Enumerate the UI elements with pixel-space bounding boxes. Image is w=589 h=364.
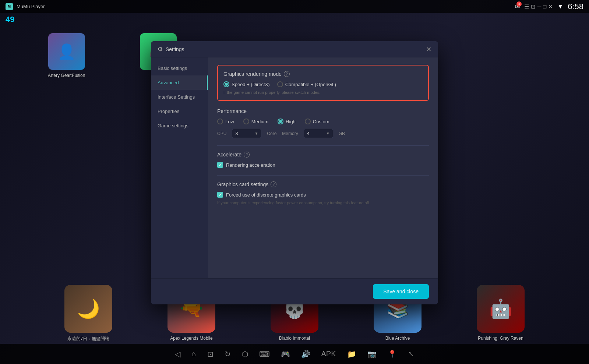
performance-radio-group: Low Medium High [217, 119, 429, 124]
settings-dialog: ⚙ Settings ✕ Basic settings Advanced Int… [151, 41, 438, 304]
accelerate-title: Accelerate ? [217, 152, 429, 158]
taskbar-right: ✉ 3 ☰ ⊡ ─ □ ✕ ▼ 6:58 [515, 2, 583, 11]
perf-option-custom[interactable]: Custom [305, 119, 329, 124]
close-icon[interactable]: ✕ [548, 3, 553, 10]
dialog-title-area: ⚙ Settings [158, 46, 184, 53]
rendering-acceleration-checkbox[interactable]: ✓ [217, 162, 223, 168]
expand-icon[interactable]: ⤡ [408, 350, 414, 358]
sidebar-item-game[interactable]: Game settings [151, 119, 208, 133]
screen-icon[interactable]: ⊡ [207, 350, 214, 358]
keyboard-icon[interactable]: ⌨ [259, 350, 270, 358]
graphics-card-hint: If your computer is experiencing faster … [217, 201, 429, 205]
forced-discrete-label: Forced use of discrete graphics cards [226, 192, 306, 198]
save-close-button[interactable]: Save and close [373, 284, 429, 299]
graphics-rendering-section: Graphics rendering mode ? Speed + (Direc… [217, 65, 429, 101]
rotate-icon[interactable]: ↻ [225, 350, 231, 358]
desktop: M MuMu Player 49 ✉ 3 ☰ ⊡ ─ □ ✕ ▼ 6:58 👤 … [0, 0, 589, 364]
back-icon[interactable]: ◁ [175, 350, 180, 358]
divider-1 [217, 145, 429, 146]
radio-speed-indicator [223, 81, 229, 87]
graphics-card-title: Graphics card settings ? [217, 181, 429, 187]
radio-low-indicator [217, 119, 223, 124]
dialog-footer: Save and close [151, 278, 438, 304]
graphics-card-help-icon[interactable]: ? [271, 181, 276, 187]
performance-title: Performance [217, 108, 429, 114]
settings-overlay: ⚙ Settings ✕ Basic settings Advanced Int… [0, 13, 589, 344]
forced-discrete-check-icon: ✓ [219, 192, 222, 197]
maximize-icon[interactable]: □ [543, 3, 546, 10]
wifi-icon: ▼ [557, 3, 563, 10]
perf-option-high[interactable]: High [278, 119, 296, 124]
sidebar-item-basic[interactable]: Basic settings [151, 61, 208, 75]
radio-option-speed[interactable]: Speed + (DirectX) [223, 81, 270, 87]
camera-icon[interactable]: 📷 [367, 350, 377, 358]
taskbar-bottom: ◁ ⌂ ⊡ ↻ ⬡ ⌨ 🎮 🔊 APK 📁 📷 📍 ⤡ [0, 344, 589, 364]
performance-section: Performance Low Medium [217, 108, 429, 138]
volume-icon[interactable]: 🔊 [301, 350, 310, 358]
dialog-close-button[interactable]: ✕ [426, 46, 431, 53]
radio-high-indicator [278, 119, 283, 124]
cpu-select-arrow: ▼ [254, 131, 258, 135]
radio-custom-indicator [305, 119, 311, 124]
app-title: MuMu Player [17, 4, 45, 9]
gb-label: GB [339, 131, 345, 136]
menu-icon[interactable]: ☰ [524, 3, 529, 10]
taskbar-left: M MuMu Player [6, 3, 45, 10]
accelerate-section: Accelerate ? ✓ Rendering acceleration [217, 152, 429, 168]
home-icon[interactable]: ⌂ [191, 350, 196, 358]
graphics-mode-help-icon[interactable]: ? [284, 71, 290, 77]
cpu-mem-row: CPU 3 ▼ Core Memory 4 ▼ GB [217, 129, 429, 138]
rendering-acceleration-label: Rendering acceleration [226, 162, 275, 168]
radio-medium-indicator [243, 119, 249, 124]
app-logo: M [6, 3, 13, 10]
accelerate-help-icon[interactable]: ? [244, 152, 250, 158]
cpu-select[interactable]: 3 ▼ [232, 129, 261, 138]
files-icon[interactable]: 📁 [347, 350, 356, 358]
rendering-acceleration-row: ✓ Rendering acceleration [217, 162, 429, 168]
graphics-card-section: Graphics card settings ? ✓ Forced use of… [217, 181, 429, 205]
location-icon[interactable]: 📍 [388, 350, 397, 358]
dialog-header: ⚙ Settings ✕ [151, 41, 438, 57]
dialog-title-text: Settings [166, 46, 184, 52]
minimize-icon[interactable]: ─ [537, 3, 542, 10]
graphics-mode-title: Graphics rendering mode ? [223, 71, 423, 77]
sidebar-item-advanced[interactable]: Advanced [151, 75, 208, 90]
notification-icon[interactable]: ✉ 3 [515, 3, 520, 10]
apk-icon[interactable]: APK [321, 350, 336, 358]
dialog-body: Basic settings Advanced Interface Settin… [151, 57, 438, 278]
radio-compatible-indicator [277, 81, 283, 87]
cpu-label: CPU [217, 131, 226, 136]
graphics-mode-hint: If the game cannot run properly, please … [223, 90, 423, 95]
settings-content: Graphics rendering mode ? Speed + (Direc… [208, 57, 438, 278]
sidebar-item-interface[interactable]: Interface Settings [151, 90, 208, 104]
memory-label: Memory [282, 131, 298, 136]
graphics-mode-radio-group: Speed + (DirectX) Compatible + (OpenGL) [223, 81, 423, 87]
taskbar-top: M MuMu Player 49 ✉ 3 ☰ ⊡ ─ □ ✕ ▼ 6:58 [0, 0, 589, 13]
sidebar-item-properties[interactable]: Properties [151, 104, 208, 119]
battery-number: 49 [6, 15, 14, 24]
core-label: Core [267, 131, 276, 136]
memory-select-arrow: ▼ [326, 131, 330, 135]
perf-option-medium[interactable]: Medium [243, 119, 268, 124]
perf-option-low[interactable]: Low [217, 119, 234, 124]
memory-select[interactable]: 4 ▼ [304, 129, 333, 138]
forced-discrete-checkbox[interactable]: ✓ [217, 192, 223, 198]
window-icon[interactable]: ⊡ [531, 3, 536, 10]
notif-badge: 3 [516, 1, 522, 7]
forced-discrete-row: ✓ Forced use of discrete graphics cards [217, 192, 429, 198]
radio-option-compatible[interactable]: Compatible + (OpenGL) [277, 81, 336, 87]
share-icon[interactable]: ⬡ [242, 350, 248, 358]
divider-2 [217, 175, 429, 176]
checkbox-check-icon: ✓ [219, 163, 222, 167]
settings-gear-icon: ⚙ [158, 46, 163, 53]
time-display: 6:58 [568, 2, 583, 11]
settings-sidebar: Basic settings Advanced Interface Settin… [151, 57, 208, 278]
gamepad-icon[interactable]: 🎮 [281, 350, 290, 358]
